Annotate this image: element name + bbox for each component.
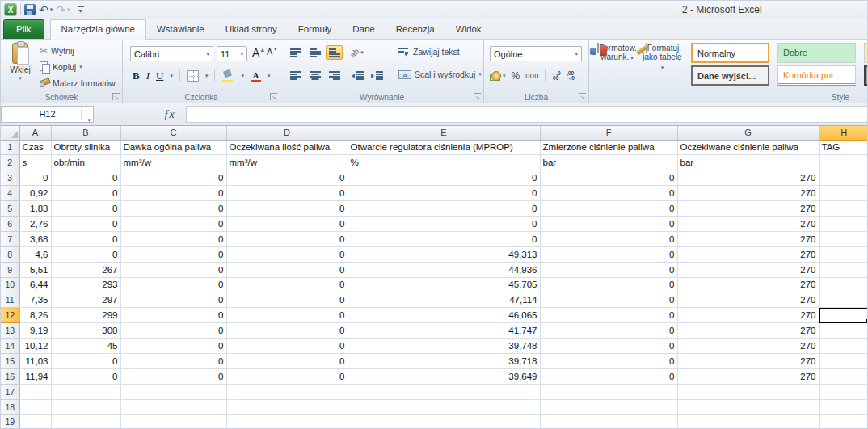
cell-C13[interactable]: 0 [120, 323, 226, 339]
cell-E15[interactable]: 39,718 [348, 353, 540, 368]
cell-A19[interactable] [19, 414, 51, 429]
cell-F17[interactable] [540, 384, 677, 399]
cell-H10[interactable] [819, 277, 868, 292]
row-header-7[interactable]: 7 [1, 231, 19, 246]
cell-G11[interactable]: 270 [677, 292, 819, 308]
borders-dropdown-icon[interactable]: ▾ [205, 73, 209, 79]
cell-G12[interactable]: 270 [677, 308, 819, 323]
increase-indent-button[interactable] [369, 68, 386, 82]
cell-B8[interactable]: 0 [51, 246, 120, 262]
cell-D3[interactable]: 0 [226, 170, 348, 186]
cell-C2[interactable]: mm³/w [120, 155, 226, 170]
cell-E7[interactable]: 0 [348, 231, 540, 246]
column-header-B[interactable]: B [51, 126, 120, 140]
cell-style-ko[interactable]: Ko [864, 65, 868, 86]
cell-F8[interactable]: 0 [540, 246, 677, 262]
cell-C9[interactable]: 0 [120, 262, 226, 277]
column-header-F[interactable]: F [540, 126, 677, 140]
row-header-6[interactable]: 6 [1, 216, 19, 231]
cell-E4[interactable]: 0 [348, 186, 540, 201]
cell-B9[interactable]: 267 [51, 262, 120, 277]
cell-E16[interactable]: 39,649 [348, 368, 540, 384]
copy-button[interactable]: Kopiuj ▾ [40, 60, 82, 74]
number-dialog-launcher-icon[interactable]: ↘ [579, 93, 586, 100]
cell-B10[interactable]: 293 [51, 277, 120, 292]
cell-B3[interactable]: 0 [51, 170, 120, 186]
cell-E12[interactable]: 46,065 [348, 308, 540, 323]
cell-D5[interactable]: 0 [226, 201, 348, 217]
formula-input[interactable] [186, 106, 867, 123]
cell-C1[interactable]: Dawka ogólna paliwa [120, 140, 226, 155]
cell-A16[interactable]: 11,94 [19, 368, 51, 384]
cell-H15[interactable] [819, 353, 868, 368]
cell-F9[interactable]: 0 [540, 262, 677, 277]
cell-E5[interactable]: 0 [348, 201, 540, 217]
cell-H19[interactable] [819, 414, 868, 429]
format-painter-button[interactable]: Malarz formatów [40, 76, 116, 90]
align-bottom-button[interactable] [326, 45, 343, 60]
qat-customize-icon[interactable]: ▾ [78, 6, 84, 13]
orientation-button[interactable]: ab▾ [350, 48, 364, 57]
cell-C12[interactable]: 0 [120, 308, 226, 323]
cell-F12[interactable]: 0 [540, 308, 677, 323]
cell-A18[interactable] [19, 399, 51, 414]
cell-B13[interactable]: 300 [51, 323, 120, 339]
cell-H12[interactable] [819, 308, 868, 323]
cell-B5[interactable]: 0 [51, 201, 120, 217]
cell-G9[interactable]: 270 [677, 262, 819, 277]
cell-D17[interactable] [226, 384, 348, 399]
cell-F3[interactable]: 0 [540, 170, 677, 186]
cell-D14[interactable]: 0 [226, 339, 348, 354]
cell-G2[interactable]: bar [677, 155, 819, 170]
cell-G13[interactable]: 270 [677, 323, 819, 339]
row-header-1[interactable]: 1 [1, 140, 19, 155]
cell-H2[interactable] [819, 155, 868, 170]
cell-A9[interactable]: 5,51 [19, 262, 51, 277]
cell-style-ne[interactable]: Ne [864, 43, 868, 63]
cell-E2[interactable]: % [348, 155, 540, 170]
cell-H1[interactable]: TAG [819, 140, 868, 155]
cell-H4[interactable] [819, 186, 868, 201]
cell-H18[interactable] [819, 399, 868, 414]
column-header-G[interactable]: G [677, 126, 819, 140]
cell-F16[interactable]: 0 [540, 368, 677, 384]
conditional-formatting-button[interactable]: Formatow. warunk. ▾ [596, 44, 638, 62]
number-format-select[interactable]: Ogólne▾ [490, 46, 582, 61]
row-header-13[interactable]: 13 [1, 323, 19, 339]
undo-icon[interactable]: ↶ [39, 4, 48, 15]
cell-B17[interactable] [51, 384, 120, 399]
cell-style-dane-wyj-ci-[interactable]: Dane wyjści... [691, 65, 769, 86]
wrap-text-button[interactable]: Zawijaj tekst [398, 47, 460, 57]
cell-E8[interactable]: 49,313 [348, 246, 540, 262]
cell-E14[interactable]: 39,748 [348, 339, 540, 354]
percent-style-button[interactable]: % [512, 70, 520, 82]
cell-D9[interactable]: 0 [226, 262, 348, 277]
increase-decimal-button[interactable]: ←,000 [551, 71, 561, 82]
row-header-18[interactable]: 18 [1, 399, 19, 414]
format-as-table-button[interactable]: Formatuj jako tabelę ▾ [641, 44, 684, 72]
tab-narzedzia-glowne[interactable]: Narzędzia główne [50, 19, 146, 40]
cell-E9[interactable]: 44,936 [348, 262, 540, 277]
cell-F4[interactable]: 0 [540, 186, 677, 201]
cell-D7[interactable]: 0 [226, 231, 348, 246]
cell-G8[interactable]: 270 [677, 246, 819, 262]
cell-D2[interactable]: mm³/w [226, 155, 348, 170]
cell-A1[interactable]: Czas [19, 140, 51, 155]
cell-F7[interactable]: 0 [540, 231, 677, 246]
cell-H11[interactable] [819, 292, 868, 308]
cell-E17[interactable] [348, 384, 540, 399]
cell-A5[interactable]: 1,83 [19, 201, 51, 217]
cell-G5[interactable]: 270 [677, 201, 819, 217]
paste-button[interactable]: Wklej ▾ [3, 42, 37, 95]
cell-B12[interactable]: 299 [51, 308, 120, 323]
cell-A10[interactable]: 6,44 [19, 277, 51, 292]
cell-A2[interactable]: s [19, 155, 51, 170]
cell-F11[interactable]: 0 [540, 292, 677, 308]
row-header-17[interactable]: 17 [1, 384, 19, 399]
cell-F1[interactable]: Zmierzone ciśnienie paliwa [540, 140, 677, 155]
cell-C6[interactable]: 0 [120, 216, 226, 231]
merge-dropdown-icon[interactable]: ▾ [478, 71, 482, 78]
excel-logo-icon[interactable]: X [4, 3, 17, 16]
cell-B4[interactable]: 0 [51, 186, 120, 201]
align-left-button[interactable] [287, 68, 304, 82]
